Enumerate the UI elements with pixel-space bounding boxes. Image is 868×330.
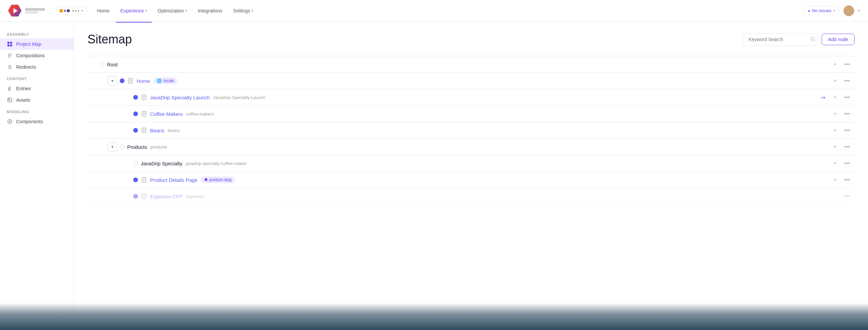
badge-slug-text: product-slug xyxy=(209,177,231,182)
table-row: ▾ Home 🌐 locale + ••• xyxy=(88,73,855,89)
add-child-button-home[interactable]: + xyxy=(830,76,840,85)
add-child-button-javadrip-launch[interactable]: + xyxy=(830,92,840,102)
brand-sub-blurred xyxy=(25,11,38,13)
move-button-javadrip-launch[interactable]: ⇒ xyxy=(818,92,828,102)
add-child-button-javadrip-specialty[interactable]: + xyxy=(830,159,840,168)
logo-play-icon xyxy=(13,8,18,13)
nav-links: Home Experience ▾ Optimization ▾ Integra… xyxy=(92,6,798,16)
node-name-product-details[interactable]: Product Details Page xyxy=(150,177,197,183)
badge-globe-icon: 🌐 xyxy=(157,79,162,83)
sidebar-item-label-assets: Assets xyxy=(16,97,30,103)
more-options-button-root[interactable]: ••• xyxy=(842,60,852,69)
row-actions-product-details: + ••• xyxy=(830,175,855,185)
keyword-search-input[interactable] xyxy=(749,37,807,42)
no-issues-chevron-icon: ▾ xyxy=(833,9,835,12)
svg-rect-2 xyxy=(7,45,9,47)
nav-optimization-label: Optimization xyxy=(158,8,184,13)
keyword-search-box[interactable] xyxy=(744,33,817,46)
redirects-icon xyxy=(7,64,13,70)
workspace-chevron-icon: ▾ xyxy=(82,9,83,12)
nav-settings[interactable]: Settings ▾ xyxy=(228,6,258,16)
nav-optimization[interactable]: Optimization ▾ xyxy=(153,6,192,16)
nav-optimization-chevron-icon: ▾ xyxy=(185,9,187,12)
header-actions: Add node xyxy=(744,33,855,46)
node-name-espresso-cpt[interactable]: Espresso CPT xyxy=(150,194,183,199)
more-options-button-home[interactable]: ••• xyxy=(842,76,852,85)
row-actions-home: + ••• xyxy=(830,76,855,85)
add-child-button-coffee-makers[interactable]: + xyxy=(830,109,840,118)
node-slug-beans: beans xyxy=(168,128,180,133)
dot-empty-icon xyxy=(100,62,104,67)
svg-line-20 xyxy=(814,40,815,41)
dot-blue-icon xyxy=(133,194,138,199)
page-title: Sitemap xyxy=(88,32,744,47)
top-navigation: ▪ ▪ ▪ ▾ Home Experience ▾ Optimization ▾… xyxy=(0,0,868,22)
sidebar-item-label-components: Components xyxy=(16,119,43,124)
blob-purple xyxy=(64,10,66,12)
more-options-button-products[interactable]: ••• xyxy=(842,142,852,152)
add-child-button-product-details[interactable]: + xyxy=(830,175,840,185)
entries-icon xyxy=(7,85,13,91)
row-actions-root: + ••• xyxy=(830,60,855,69)
sitemap-table: Root + ••• ▾ Home xyxy=(88,56,855,205)
add-child-button-beans[interactable]: + xyxy=(830,126,840,135)
add-child-button-products[interactable]: + xyxy=(830,142,840,152)
sidebar-item-compositions[interactable]: Compositions xyxy=(0,50,74,61)
brand-name-blurred xyxy=(25,8,45,11)
table-row: JavaDrip Specialty javadrip-specialty-co… xyxy=(88,155,855,171)
page-icon xyxy=(127,78,134,84)
sidebar-item-label-project-map: Project Map xyxy=(16,42,41,47)
row-actions-espresso: ••• xyxy=(842,192,855,201)
workspace-selector[interactable]: ▪ ▪ ▪ ▾ xyxy=(56,7,87,15)
nav-experience-label: Experience xyxy=(120,8,144,13)
row-actions-products: + ••• xyxy=(830,142,855,152)
nav-home[interactable]: Home xyxy=(92,6,114,16)
table-row: Root + ••• xyxy=(88,56,855,73)
modeling-section-label: MODELING xyxy=(0,106,74,116)
no-issues-dot-icon: ● xyxy=(808,9,810,13)
row-actions-coffee-makers: + ••• xyxy=(830,109,855,118)
expand-button-home[interactable]: ▾ xyxy=(108,76,117,85)
sidebar-item-project-map[interactable]: Project Map xyxy=(0,38,74,50)
more-options-button-javadrip-launch[interactable]: ••• xyxy=(842,92,852,102)
expand-button-products[interactable]: ▾ xyxy=(108,142,117,152)
sidebar-item-redirects[interactable]: Redirects xyxy=(0,61,74,73)
nav-integrations[interactable]: Integrations xyxy=(193,6,227,16)
avatar[interactable] xyxy=(843,5,854,16)
dot-empty-icon xyxy=(120,144,124,149)
svg-rect-1 xyxy=(10,42,12,44)
no-issues-badge[interactable]: ● No issues ▾ xyxy=(803,6,839,15)
sidebar-item-entries[interactable]: Entries xyxy=(0,83,74,94)
node-slug-javadrip-launch: JavaDrip-Specialty-Launch xyxy=(213,95,266,100)
more-options-button-espresso[interactable]: ••• xyxy=(842,192,852,201)
sidebar-item-label-redirects: Redirects xyxy=(16,64,36,70)
content-section-label: CONTENT xyxy=(0,73,74,83)
node-name-javadrip-launch[interactable]: JavaDrip Specialty Launch xyxy=(150,94,210,100)
sidebar-item-components[interactable]: Components xyxy=(0,116,74,127)
dot-blue-icon xyxy=(133,177,138,182)
avatar-chevron-icon: ▾ xyxy=(858,9,860,12)
no-issues-label: No issues xyxy=(812,8,831,13)
more-options-button-javadrip-specialty[interactable]: ••• xyxy=(842,159,852,168)
svg-rect-3 xyxy=(10,45,12,47)
more-options-button-beans[interactable]: ••• xyxy=(842,126,852,135)
nav-experience[interactable]: Experience ▾ xyxy=(116,6,152,16)
node-name-home[interactable]: Home xyxy=(136,78,150,84)
more-options-button-product-details[interactable]: ••• xyxy=(842,175,852,185)
node-name-beans[interactable]: Beans xyxy=(150,128,164,133)
more-options-button-coffee-makers[interactable]: ••• xyxy=(842,109,852,118)
row-actions-javadrip-launch: ⇒ + ••• xyxy=(818,92,855,102)
node-name-coffee-makers[interactable]: Coffee Makers xyxy=(150,111,183,117)
node-slug-products: products xyxy=(150,144,167,149)
add-node-button[interactable]: Add node xyxy=(822,34,855,45)
svg-rect-10 xyxy=(8,98,12,102)
table-row: Product Details Page ✱ product-slug + ••… xyxy=(88,171,855,188)
search-icon xyxy=(810,36,815,43)
add-child-button-root[interactable]: + xyxy=(830,60,840,69)
main-content: Sitemap Add node xyxy=(74,22,868,330)
node-name-products[interactable]: Products xyxy=(127,144,147,150)
svg-rect-5 xyxy=(8,55,11,56)
sidebar-item-assets[interactable]: Assets xyxy=(0,94,74,106)
node-name-root[interactable]: Root xyxy=(107,62,118,67)
node-name-javadrip-specialty[interactable]: JavaDrip Specialty xyxy=(141,161,182,166)
